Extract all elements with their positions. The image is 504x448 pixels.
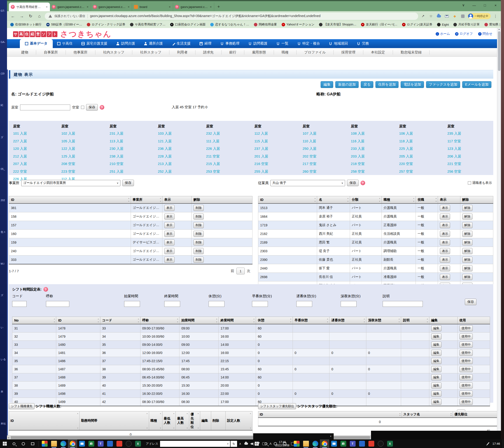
bookmark-item[interactable]: 住信SBIネット銀行 (10, 22, 41, 27)
room-link[interactable]: 103 入居 (158, 131, 203, 136)
office-save-button[interactable]: 保存 (122, 180, 134, 186)
column-header[interactable]: ID (56, 317, 100, 324)
diamond-extension-icon[interactable]: ◆ (452, 13, 458, 19)
column-header[interactable]: 始業時間 (180, 317, 219, 324)
show-button[interactable]: 表示 (440, 239, 450, 246)
task-view-icon[interactable] (280, 439, 289, 448)
shift-job-priority-button[interactable]: シフト職種優先 (9, 403, 35, 409)
release-button[interactable]: 解除 (462, 205, 472, 211)
column-header[interactable]: 名 (317, 196, 350, 204)
column-header[interactable]: スタッフ名 (402, 411, 453, 418)
release-button[interactable]: 解除 (462, 222, 472, 228)
release-button[interactable]: 解除 (462, 231, 472, 237)
help-icon[interactable]: ? (100, 105, 104, 110)
release-button[interactable]: 解除 (462, 248, 472, 254)
close-button[interactable]: × (490, 1, 501, 9)
column-header[interactable]: 表示 (438, 196, 460, 204)
file-explorer-icon[interactable] (301, 439, 311, 448)
staff-save-button[interactable]: 保存 (347, 180, 359, 186)
room-link[interactable]: 230 入居 (110, 146, 155, 151)
sub-nav-item[interactable]: 勤怠端末登録 (393, 50, 430, 54)
mail-icon[interactable] (77, 439, 87, 448)
column-header[interactable]: 優先順位 (453, 411, 497, 418)
action-button[interactable]: 電話を追加 (401, 81, 424, 88)
red-app-icon[interactable] (367, 439, 376, 448)
room-link[interactable]: 235 入居 (447, 131, 492, 136)
room-link[interactable]: 257 空室 (399, 169, 444, 174)
mail-extension-icon[interactable] (444, 13, 450, 19)
room-link[interactable]: 236 入居 (158, 146, 203, 151)
room-link[interactable]: 218 空室 (351, 162, 396, 166)
in-use-button[interactable]: 使用中 (459, 358, 473, 364)
room-link[interactable]: 233 入居 (351, 146, 396, 151)
shift-save-button[interactable]: 保存 (465, 299, 476, 305)
room-link[interactable]: 112 入居 (254, 131, 299, 136)
minimize-button[interactable]: — (469, 1, 480, 9)
browser-tab[interactable]: ? gasrv.japanwest.cloudapp.azure… × (173, 2, 214, 11)
column-header[interactable]: 勤務時間帯 (80, 411, 149, 430)
show-button[interactable]: 表示 (164, 248, 175, 254)
bookmark-item[interactable]: サ高住専用経営ソフ… (130, 22, 165, 27)
cortana-icon[interactable] (271, 439, 280, 448)
browser-tab[interactable]: ? gasrv.japanwest.cloudapp.azure… × (50, 2, 91, 11)
cloud-extension-icon[interactable] (436, 13, 442, 19)
cortana-icon[interactable] (19, 439, 28, 448)
nav-tab[interactable]: 事務処理 (216, 39, 244, 48)
scrollbar-thumb[interactable] (498, 31, 501, 71)
edit-button[interactable]: 編集 (431, 325, 441, 331)
edge-icon[interactable] (311, 439, 320, 448)
action-button[interactable]: ファックスを追加 (426, 81, 460, 88)
nav-tab[interactable]: 訪問看護 (244, 39, 272, 48)
blue-app-icon[interactable] (105, 439, 115, 448)
in-use-button[interactable]: 使用中 (459, 325, 473, 331)
column-header[interactable]: ID (9, 411, 80, 430)
column-header[interactable]: 深夜休憩 (366, 317, 401, 324)
show-button[interactable]: 表示 (440, 214, 450, 220)
bookmark-item[interactable]: D 口座照会ログイン画面 (170, 22, 206, 27)
release-button[interactable]: 解除 (462, 265, 472, 271)
column-header[interactable]: 休憩 (256, 317, 293, 324)
show-button[interactable]: 表示 (440, 257, 450, 263)
column-header[interactable]: 呼称 (140, 317, 180, 324)
excel-icon[interactable]: X (133, 439, 143, 448)
scroll-left-arrow[interactable]: ◂ (7, 436, 9, 439)
action-button[interactable]: 新規の追加 (335, 81, 359, 88)
file-explorer-icon[interactable] (49, 439, 59, 448)
help-icon[interactable]: ? (43, 287, 48, 292)
show-desktop-strip[interactable] (503, 439, 504, 448)
delete-button[interactable]: 削除 (193, 248, 204, 254)
vertical-scrollbar[interactable]: ▲ ▼ (497, 28, 501, 435)
room-link[interactable]: 205 入居 (399, 154, 444, 159)
teams-icon[interactable]: T (96, 439, 105, 448)
column-header[interactable]: 職種 (149, 411, 162, 430)
release-button[interactable]: 解除 (462, 214, 472, 220)
edit-button[interactable]: 編集 (431, 391, 441, 397)
nav-tab[interactable]: サ高住 (53, 39, 77, 48)
show-button[interactable]: 表示 (164, 239, 175, 246)
show-button[interactable]: 表示 (440, 274, 450, 280)
in-use-button[interactable]: 使用中 (459, 366, 473, 372)
room-link[interactable]: 260 空室 (303, 169, 348, 174)
room-link[interactable]: 251 入居 (110, 169, 155, 174)
room-input[interactable] (20, 105, 70, 110)
action-button[interactable]: 住所を追加 (376, 81, 398, 88)
field-input[interactable] (12, 301, 27, 307)
task-view-icon[interactable] (28, 439, 37, 448)
search-icon[interactable] (261, 439, 271, 448)
field-input[interactable] (164, 301, 180, 307)
taskbar-clock[interactable]: 17:46 (492, 442, 500, 446)
tab-close-icon[interactable]: × (127, 5, 130, 9)
column-header[interactable]: 表示 (162, 196, 192, 204)
app-grid-icon[interactable] (40, 439, 49, 448)
room-link[interactable]: 115 入居 (254, 139, 299, 143)
sub-nav-item[interactable]: 請求先 (196, 50, 222, 54)
room-link[interactable]: 223 空室 (61, 169, 107, 174)
maximize-button[interactable]: □ (480, 1, 490, 9)
field-input[interactable] (341, 301, 357, 307)
kyuyo-app-icon[interactable]: 給 (87, 439, 96, 448)
bookmark-item[interactable]: Eight (437, 22, 449, 27)
column-header[interactable]: 削除 (211, 411, 226, 430)
action-button[interactable]: 編集 (321, 81, 333, 88)
room-link[interactable]: 121 入居 (158, 139, 203, 143)
tray-expand-chevron[interactable]: ∧ (237, 439, 243, 448)
